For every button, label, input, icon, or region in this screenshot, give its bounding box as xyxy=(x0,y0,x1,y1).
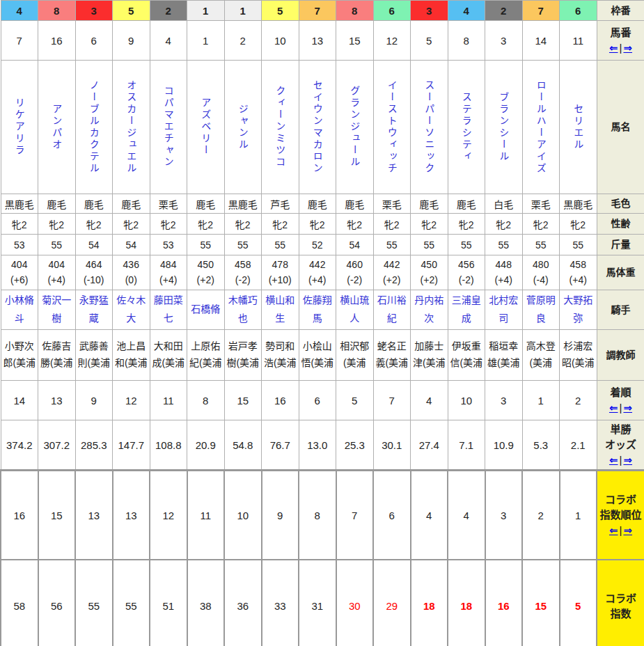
horse-name-link[interactable]: グランジュール xyxy=(350,86,359,168)
horse-name-link[interactable]: アズベリー xyxy=(201,97,210,157)
sort-left-arrow-icon[interactable]: ⇐ xyxy=(609,402,618,413)
body-weight-value: 450 xyxy=(187,258,224,273)
jockey-link[interactable]: 石川裕紀 xyxy=(374,292,411,328)
collab-rank-cell: 15 xyxy=(38,471,76,560)
sort-left-arrow-icon[interactable]: ⇐ xyxy=(609,454,618,466)
coat-color-cell: 鹿毛 xyxy=(75,194,113,214)
jockey-link[interactable]: 菊沢一樹 xyxy=(38,292,75,328)
body-weight-cell: 436(0) xyxy=(113,255,150,290)
trainer-name: 稲垣幸雄(美浦 xyxy=(485,338,522,372)
sort-right-arrow-icon[interactable]: ⇒ xyxy=(623,402,632,413)
trainer-cell: 岩戸孝樹(美浦 xyxy=(224,330,262,381)
win-odds-cell: 30.1 xyxy=(373,420,411,471)
collab-rank-cell: 7 xyxy=(336,471,374,560)
horse-name-link[interactable]: ロールハーアイズ xyxy=(536,80,546,175)
body-weight-value: 456 xyxy=(448,258,485,273)
jockey-link[interactable]: 横山和生 xyxy=(262,292,299,328)
race-result-table: 4 8 3 5 2 1 1 5 7 8 6 3 4 2 7 6 枠番 7 16 … xyxy=(0,0,644,646)
horse-name-link[interactable]: オスカージュエル xyxy=(126,80,136,175)
finish-order-cell: 5 xyxy=(336,381,374,420)
trainer-name: 小桧山悟(美浦 xyxy=(299,338,336,372)
row-header-collab-index: コラボ 指数 xyxy=(597,560,644,646)
horse-number-cell: 10 xyxy=(262,21,299,61)
jockey-link[interactable]: 佐藤翔馬 xyxy=(299,292,336,328)
trainer-cell: 勢司和浩(美浦 xyxy=(262,330,299,381)
body-weight-cell: 478(+10) xyxy=(262,255,299,290)
jockey-link[interactable]: 丹内祐次 xyxy=(411,292,448,328)
collab-rank-cell: 13 xyxy=(75,471,113,560)
horse-name-link[interactable]: コパマエチャン xyxy=(164,86,173,168)
sort-right-arrow-icon[interactable]: ⇒ xyxy=(623,42,632,54)
body-weight-cell: 464(-10) xyxy=(75,255,113,290)
body-weight-diff: (+2) xyxy=(187,273,224,288)
jockey-link[interactable]: 石橋脩 xyxy=(187,301,224,319)
sex-age-cell: 牝2 xyxy=(522,214,560,235)
trainer-cell: 大和田成(美浦 xyxy=(150,330,187,381)
body-weight-diff: (0) xyxy=(113,273,150,288)
jockey-cell: 菊沢一樹 xyxy=(38,290,76,330)
horse-name-cell: アズベリー xyxy=(187,61,225,194)
sex-age-cell: 牝2 xyxy=(262,214,299,235)
jockey-cell: 佐藤翔馬 xyxy=(299,290,336,330)
sort-left-arrow-icon[interactable]: ⇐ xyxy=(609,524,618,536)
collab-rank-cell: 8 xyxy=(299,471,336,560)
collab-rank-cell: 13 xyxy=(113,471,150,560)
trainer-name: 岩戸孝樹(美浦 xyxy=(225,338,262,372)
horse-name-link[interactable]: イーストウィッチ xyxy=(387,80,397,175)
body-weight-cell: 456(-2) xyxy=(448,255,485,290)
trainer-cell: 佐藤吉勝(美浦 xyxy=(38,330,76,381)
trainer-name: 杉浦宏昭(美浦 xyxy=(560,338,597,372)
horse-name-link[interactable]: クィーンミツコ xyxy=(275,86,285,168)
jockey-link[interactable]: 永野猛蔵 xyxy=(76,292,113,328)
horse-name-link[interactable]: セイウンマカロン xyxy=(313,80,322,175)
finish-order-cell: 16 xyxy=(262,381,299,420)
jockey-cell: 永野猛蔵 xyxy=(75,290,113,330)
row-carried-weight: 53 55 54 54 53 55 55 55 52 54 55 55 55 5… xyxy=(1,235,644,255)
sort-right-arrow-icon[interactable]: ⇒ xyxy=(623,454,632,466)
horse-name-link[interactable]: アンパオ xyxy=(52,104,61,151)
row-header-label: 馬番 xyxy=(597,25,644,40)
horse-number-cell: 3 xyxy=(485,21,523,61)
body-weight-value: 448 xyxy=(485,258,522,273)
trainer-name: 大和田成(美浦 xyxy=(150,338,187,372)
jockey-link[interactable]: 佐々木大 xyxy=(113,292,150,328)
jockey-link[interactable]: 北村宏司 xyxy=(485,292,522,328)
carried-weight-cell: 54 xyxy=(113,235,150,255)
horse-name-link[interactable]: リケアリラ xyxy=(15,97,24,157)
horse-number-cell: 5 xyxy=(411,21,448,61)
row-header-trainer: 調教師 xyxy=(597,330,644,381)
horse-name-cell: グランジュール xyxy=(336,61,374,194)
body-weight-diff: (+4) xyxy=(299,273,336,288)
horse-name-link[interactable]: スーパーソニック xyxy=(424,80,434,175)
body-weight-value: 442 xyxy=(374,258,411,273)
body-weight-cell: 460(-2) xyxy=(336,255,374,290)
horse-name-link[interactable]: セリエル xyxy=(573,104,583,151)
sort-right-arrow-icon[interactable]: ⇒ xyxy=(623,524,632,536)
jockey-link[interactable]: 菅原明良 xyxy=(523,292,560,328)
nav-separator: | xyxy=(620,524,622,536)
horse-name-link[interactable]: ブランシール xyxy=(498,92,508,163)
jockey-link[interactable]: 小林脩斗 xyxy=(1,292,38,328)
body-weight-value: 480 xyxy=(523,258,560,273)
collab-index-cell: 36 xyxy=(224,560,262,646)
jockey-cell: 北村宏司 xyxy=(485,290,523,330)
collab-rank-cell: 2 xyxy=(522,471,560,560)
jockey-link[interactable]: 木幡巧也 xyxy=(225,292,262,328)
jockey-link[interactable]: 藤田菜七 xyxy=(150,292,187,328)
collab-index-cell: 5 xyxy=(560,560,597,646)
horse-name-link[interactable]: ジャンル xyxy=(238,104,248,151)
horse-number-cell: 15 xyxy=(336,21,374,61)
jockey-link[interactable]: 大野拓弥 xyxy=(560,292,597,328)
jockey-link[interactable]: 三浦皇成 xyxy=(448,292,485,328)
jockey-link[interactable]: 横山琉人 xyxy=(336,292,373,328)
finish-order-cell: 6 xyxy=(299,381,336,420)
collab-index-cell: 15 xyxy=(522,560,560,646)
coat-color-cell: 鹿毛 xyxy=(411,194,448,214)
carried-weight-cell: 54 xyxy=(75,235,113,255)
body-weight-value: 436 xyxy=(113,258,150,273)
sort-left-arrow-icon[interactable]: ⇐ xyxy=(609,42,618,54)
horse-name-link[interactable]: ノーブルカクテル xyxy=(89,80,99,175)
body-weight-diff: (+2) xyxy=(411,273,448,288)
horse-name-link[interactable]: ステラシティ xyxy=(462,92,471,163)
horse-name-cell: ジャンル xyxy=(224,61,262,194)
